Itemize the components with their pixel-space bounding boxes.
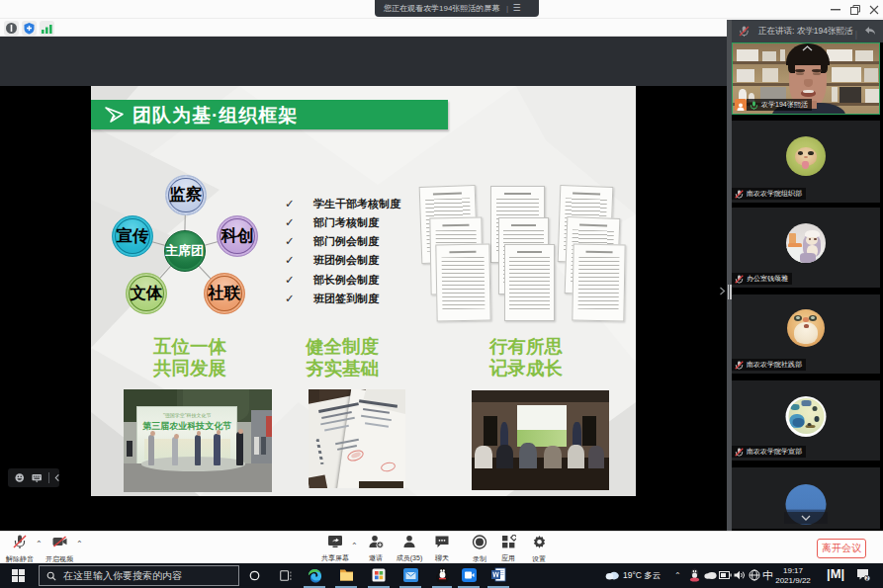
svg-text:2: 2 xyxy=(866,576,869,581)
